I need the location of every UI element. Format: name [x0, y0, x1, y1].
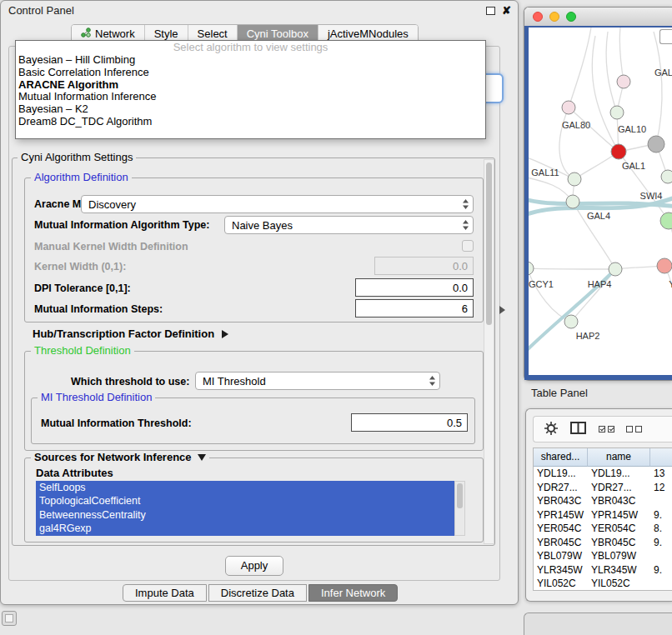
combo-arrows-icon	[462, 198, 469, 210]
table-cell: YLR345W	[534, 563, 588, 578]
network-canvas[interactable]: GAL80GAL10GAL11GAL1SWI4GAL4GCY1HAP4HAP2G…	[524, 26, 672, 380]
collapsed-panel-icon[interactable]	[2, 611, 17, 626]
table-row[interactable]: YBR045CYBR045C9.	[534, 536, 672, 550]
network-node[interactable]	[610, 106, 624, 119]
table-row[interactable]: YIL052CYIL052C	[534, 577, 672, 591]
table-cell	[650, 494, 672, 508]
attribute-list-item[interactable]: BetweennessCentrality	[36, 508, 454, 522]
collapse-arrow-icon[interactable]	[198, 454, 206, 461]
network-node[interactable]	[660, 212, 672, 229]
select-all-icon[interactable]	[599, 426, 614, 432]
attribute-list-item[interactable]: TopologicalCoefficient	[36, 494, 454, 508]
table-toolbar	[533, 416, 672, 442]
network-node[interactable]	[562, 101, 575, 114]
aracne-mode-value: Discovery	[88, 198, 462, 211]
settings-scrollbar[interactable]	[484, 159, 494, 544]
attributes-scrollbar[interactable]	[454, 481, 465, 536]
network-node-label: SWI4	[640, 191, 663, 201]
network-node[interactable]	[568, 172, 581, 186]
data-attributes-list[interactable]: SelfLoopsTopologicalCoefficientBetweenne…	[36, 481, 454, 536]
network-node[interactable]	[566, 195, 579, 208]
column-header[interactable]	[650, 448, 672, 467]
mi-threshold-group-title: MI Threshold Definition	[38, 392, 155, 403]
table-cell: 9.	[650, 508, 672, 522]
hub-definition-label: Hub/Transcription Factor Definition	[33, 328, 214, 340]
mi-algorithm-type-label: Mutual Information Algorithm Type:	[34, 219, 209, 231]
panel-collapse-arrow-icon[interactable]	[499, 306, 505, 314]
table-cell: 12	[650, 481, 672, 495]
expand-arrow-icon[interactable]	[222, 330, 228, 338]
algorithm-option[interactable]: Basic Correlation Inference	[16, 67, 485, 79]
view-toggle-button[interactable]	[659, 29, 672, 44]
tab-discretize-data[interactable]: Discretize Data	[208, 584, 307, 602]
network-node[interactable]	[648, 136, 664, 152]
network-window-titlebar[interactable]	[524, 8, 672, 27]
algorithm-option[interactable]: ARACNE Algorithm	[16, 79, 485, 92]
algorithm-option[interactable]: Mutual Information Inference	[16, 91, 485, 103]
column-settings-icon[interactable]	[570, 422, 587, 438]
control-panel-window: Control Panel ✘ Network Style Select Cyn…	[0, 0, 519, 605]
algorithm-popup-list: Bayesian – Hill ClimbingBasic Correlatio…	[16, 54, 485, 128]
table-cell: YDL19...	[534, 467, 588, 481]
algorithm-option[interactable]: Bayesian – Hill Climbing	[16, 54, 485, 67]
table-row[interactable]: YDL19...YDL19...13	[534, 467, 672, 481]
kernel-width-label: Kernel Width (0,1):	[34, 261, 126, 272]
table-row[interactable]: YBR043CYBR043C	[534, 494, 672, 508]
mi-threshold-field[interactable]: 0.5	[351, 413, 468, 432]
mi-steps-value: 6	[462, 302, 468, 315]
table-row[interactable]: YLR345WYLR345W9.	[534, 563, 672, 578]
minimize-traffic-light-icon[interactable]	[549, 12, 559, 22]
network-node[interactable]	[611, 144, 626, 159]
gear-icon[interactable]	[544, 421, 559, 438]
table-cell: YPR145W	[588, 508, 650, 522]
close-window-icon[interactable]: ✘	[502, 5, 511, 16]
table-panel-title: Table Panel	[531, 387, 588, 399]
column-header[interactable]: shared...	[534, 448, 588, 467]
tab-impute-data[interactable]: Impute Data	[123, 584, 207, 602]
network-node[interactable]	[617, 75, 630, 88]
table-row[interactable]: YDR27...YDR27...12	[534, 481, 672, 495]
which-threshold-combo[interactable]: MI Threshold	[195, 372, 440, 390]
hub-definition-section[interactable]: Hub/Transcription Factor Definition	[33, 328, 228, 340]
network-node[interactable]	[609, 262, 622, 276]
mi-threshold-label: Mutual Information Threshold:	[41, 418, 192, 429]
table-cell: YDR27...	[588, 481, 650, 495]
network-node[interactable]	[564, 315, 578, 328]
tab-infer-network[interactable]: Infer Network	[308, 584, 398, 602]
table-cell: YER054C	[534, 522, 588, 536]
network-node[interactable]	[661, 170, 672, 183]
attributes-scrollbar-thumb[interactable]	[457, 483, 463, 508]
apply-button[interactable]: Apply	[225, 556, 283, 576]
mi-algorithm-type-combo[interactable]: Naive Bayes	[224, 216, 474, 234]
attribute-list-item[interactable]: gal4RGexp	[36, 522, 454, 535]
float-window-icon[interactable]	[486, 7, 495, 15]
table-row[interactable]: YER054CYER054C8.	[534, 522, 672, 536]
network-node-label: HAP2	[576, 331, 600, 341]
table-cell: YBR043C	[588, 494, 650, 508]
sources-group-title-row[interactable]: Sources for Network Inference	[31, 452, 209, 463]
network-node-label: GAL1	[622, 161, 645, 171]
which-threshold-value: MI Threshold	[203, 375, 429, 388]
table-row[interactable]: YPR145WYPR145W9.	[534, 508, 672, 522]
deselect-all-icon[interactable]	[626, 426, 642, 432]
desktop: Control Panel ✘ Network Style Select Cyn…	[0, 0, 672, 635]
close-traffic-light-icon[interactable]	[533, 12, 543, 22]
network-node[interactable]	[657, 258, 672, 273]
mi-steps-field[interactable]: 6	[355, 299, 474, 318]
algorithm-option[interactable]: Bayesian – K2	[16, 103, 485, 116]
attribute-list-item[interactable]: SelfLoops	[36, 481, 454, 494]
dpi-tolerance-field[interactable]: 0.0	[355, 278, 474, 297]
column-header[interactable]: name	[588, 448, 650, 467]
aracne-mode-combo[interactable]: Discovery	[81, 195, 474, 213]
network-node-label: GAL10	[618, 124, 646, 134]
network-node-label: GAL8	[654, 68, 672, 78]
table-cell: YER054C	[588, 522, 650, 536]
algorithm-option[interactable]: Dream8 DC_TDC Algorithm	[16, 116, 485, 128]
settings-scrollbar-thumb[interactable]	[486, 162, 492, 325]
manual-kernel-checkbox[interactable]	[462, 240, 474, 252]
control-panel-titlebar[interactable]: Control Panel	[1, 1, 518, 21]
table-row[interactable]: YBL079WYBL079W	[534, 549, 672, 563]
zoom-traffic-light-icon[interactable]	[566, 12, 576, 22]
table-cell: 9.	[650, 563, 672, 578]
network-node[interactable]	[529, 262, 534, 275]
